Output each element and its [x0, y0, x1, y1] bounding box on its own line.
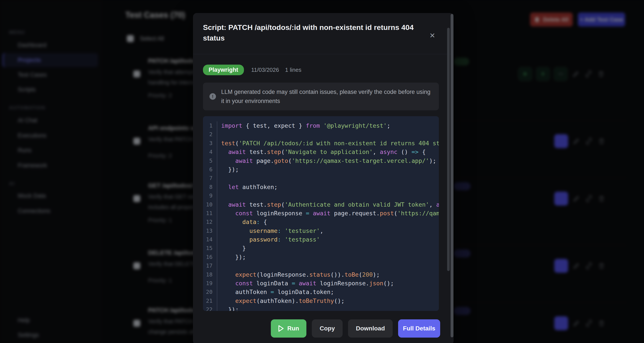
line-number: 14 [203, 235, 217, 244]
script-date: 11/03/2026 [251, 66, 279, 73]
line-number: 18 [203, 270, 217, 279]
script-line-count: 1 lines [285, 66, 302, 73]
line-number: 2 [203, 130, 217, 139]
code-line: 22 }); [203, 305, 439, 311]
modal-body: Playwright 11/03/2026 1 lines ! LLM gene… [193, 64, 454, 311]
code-editor[interactable]: 1import { test, expect } from '@playwrig… [203, 116, 439, 311]
full-details-button[interactable]: Full Details [398, 319, 440, 338]
framework-badge: Playwright [203, 64, 244, 75]
play-icon [278, 325, 284, 332]
line-number: 9 [203, 192, 217, 200]
line-number: 16 [203, 253, 217, 262]
modal-scrollbar[interactable] [447, 28, 450, 271]
line-number: 15 [203, 244, 217, 252]
modal-header: Script: PATCH /api/todos/:id with non-ex… [193, 13, 454, 54]
line-number: 11 [203, 209, 217, 218]
line-number: 22 [203, 305, 217, 311]
line-number: 10 [203, 200, 217, 209]
code-line: 2 [203, 130, 439, 139]
code-line: 11 const loginResponse = await page.requ… [203, 209, 439, 218]
line-number: 8 [203, 183, 217, 192]
code-line: 6 }); [203, 165, 439, 174]
line-number: 19 [203, 279, 217, 288]
code-line: 1import { test, expect } from '@playwrig… [203, 122, 439, 130]
code-line: 16 }); [203, 253, 439, 262]
llm-warning-text: LLM generated code may still contain iss… [221, 88, 432, 106]
line-number: 21 [203, 296, 217, 305]
line-number: 20 [203, 288, 217, 296]
code-line: 3test('PATCH /api/todos/:id with non-exi… [203, 139, 439, 148]
code-line: 20 authToken = loginData.token; [203, 288, 439, 296]
app-screen: MENUDashboardProjectsTest CasesScriptsAU… [0, 0, 644, 343]
code-line: 12 data: { [203, 218, 439, 226]
copy-button[interactable]: Copy [312, 319, 342, 338]
code-line: 7 [203, 174, 439, 182]
code-line: 10 await test.step('Authenticate and obt… [203, 200, 439, 209]
code-line: 9 [203, 192, 439, 200]
line-number: 1 [203, 122, 217, 130]
code-line: 5 await page.goto('https://qamax-test-ta… [203, 156, 439, 165]
modal-title: Script: PATCH /api/todos/:id with non-ex… [203, 22, 422, 43]
script-meta-text: 11/03/2026 1 lines [251, 66, 302, 73]
line-number: 12 [203, 218, 217, 226]
code-line: 4 await test.step('Navigate to applicati… [203, 148, 439, 156]
code-line: 21 expect(authToken).toBeTruthy(); [203, 296, 439, 305]
code-line: 14 password: 'testpass' [203, 235, 439, 244]
modal-footer: Run Copy Download Full Details [193, 319, 454, 343]
code-line: 17 [203, 262, 439, 270]
download-button[interactable]: Download [348, 319, 393, 338]
close-icon[interactable]: ✕ [428, 31, 437, 40]
code-line: 18 expect(loginResponse.status()).toBe(2… [203, 270, 439, 279]
llm-warning-banner: ! LLM generated code may still contain i… [203, 82, 439, 110]
line-number: 6 [203, 165, 217, 174]
line-number: 3 [203, 139, 217, 148]
line-number: 4 [203, 148, 217, 156]
line-number: 13 [203, 226, 217, 235]
script-modal: Script: PATCH /api/todos/:id with non-ex… [193, 13, 454, 343]
code-line: 19 const loginData = await loginResponse… [203, 279, 439, 288]
line-number: 5 [203, 156, 217, 165]
info-icon: ! [210, 93, 216, 100]
page-scrollbar[interactable] [450, 14, 454, 337]
line-number: 17 [203, 262, 217, 270]
code-line: 15 } [203, 244, 439, 252]
code-line: 8 let authToken; [203, 183, 439, 192]
code-line: 13 username: 'testuser', [203, 226, 439, 235]
line-number: 7 [203, 174, 217, 182]
run-button[interactable]: Run [271, 319, 306, 338]
script-meta: Playwright 11/03/2026 1 lines [203, 64, 444, 75]
